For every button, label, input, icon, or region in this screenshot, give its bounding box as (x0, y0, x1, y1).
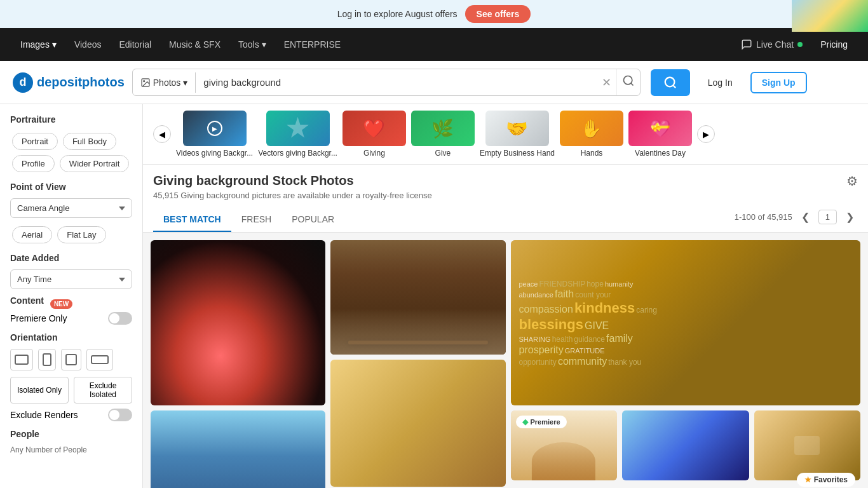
landscape-icon (15, 355, 29, 365)
page-prev-btn[interactable]: ❮ (797, 210, 813, 224)
login-button[interactable]: Log In (698, 72, 743, 93)
category-hands[interactable]: ✋ Hands (560, 111, 623, 158)
image-thumb-3: peaceFRIENDSHIPhopehumanity abundancefai… (511, 240, 861, 405)
image-thumb-2 (330, 240, 505, 355)
svg-rect-7 (43, 354, 51, 365)
isolated-only-btn[interactable]: Isolated Only (10, 377, 69, 403)
exclude-renders-row: Exclude Renders (10, 409, 132, 421)
live-chat-button[interactable]: Live Chat (733, 34, 810, 55)
nav-videos-label: Videos (74, 39, 102, 50)
exclude-renders-toggle[interactable] (108, 409, 132, 421)
pricing-button[interactable]: Pricing (813, 34, 855, 55)
flat-lay-tag[interactable]: Flat Lay (57, 226, 105, 243)
site-logo[interactable]: d depositphotos (13, 72, 125, 93)
logo-icon: d (13, 72, 33, 93)
nav-editorial[interactable]: Editorial (111, 34, 159, 55)
panorama-orient-btn[interactable] (86, 349, 113, 370)
portraiture-tags: Portrait Full Body Profile Wider Portrai… (10, 131, 132, 174)
nav-music[interactable]: Music & SFX (161, 34, 228, 55)
image-thumb-4 (151, 410, 325, 488)
search-type-button[interactable]: Photos ▾ (133, 72, 196, 93)
image-item-1[interactable] (151, 240, 325, 405)
results-title: Giving background Stock Photos (153, 173, 432, 188)
portrait-icon (43, 353, 51, 366)
nav-editorial-label: Editorial (119, 39, 151, 50)
date-added-select[interactable]: Any Time (10, 269, 132, 289)
category-give[interactable]: 🌿 Give (411, 111, 475, 158)
square-orient-btn[interactable] (61, 349, 81, 370)
category-next-btn[interactable]: ▶ (697, 125, 715, 143)
portraiture-title: Portraiture (10, 114, 132, 125)
category-valentines[interactable]: 💝 Valentines Day (628, 111, 692, 158)
category-empty-business-label: Empty Business Hand (480, 149, 555, 158)
image-item-3[interactable]: peaceFRIENDSHIPhopehumanity abundancefai… (511, 240, 861, 405)
image-item-5[interactable] (330, 360, 505, 487)
toggle-knob-2 (109, 410, 119, 420)
pagination-text: 1-100 of 45,915 (735, 212, 792, 222)
results-header: Giving background Stock Photos 45,915 Gi… (143, 165, 868, 233)
tab-popular[interactable]: POPULAR (281, 208, 344, 232)
wider-portrait-tag[interactable]: Wider Portrait (60, 155, 129, 172)
full-body-tag[interactable]: Full Body (63, 133, 116, 150)
image-thumb-1 (151, 240, 325, 405)
category-giving[interactable]: ❤️ Giving (342, 111, 406, 158)
category-give-label: Give (435, 149, 451, 158)
search-input[interactable] (196, 72, 596, 93)
nav-videos[interactable]: Videos (67, 34, 109, 55)
see-offers-button[interactable]: See offers (465, 5, 531, 23)
portrait-tag[interactable]: Portrait (12, 133, 58, 150)
nav-images-chevron: ▾ (52, 39, 57, 50)
results-tabs: BEST MATCH FRESH POPULAR 1-100 of 45,915… (153, 208, 858, 232)
premiere-only-toggle[interactable] (108, 312, 132, 325)
aerial-tag[interactable]: Aerial (12, 226, 52, 243)
search-submit-button[interactable] (651, 69, 690, 96)
image-item-7[interactable] (622, 410, 749, 480)
image-col-2 (330, 240, 505, 488)
tab-fresh[interactable]: FRESH (231, 208, 281, 232)
people-title: People (10, 429, 132, 439)
main-layout: Portraiture Portrait Full Body Profile W… (0, 104, 868, 488)
profile-tag[interactable]: Profile (12, 155, 55, 172)
premiere-label-6: Premiere (531, 418, 560, 426)
image-item-8[interactable] (754, 410, 860, 480)
search-container: Photos ▾ ✕ (132, 69, 641, 96)
exclude-isolated-btn[interactable]: Exclude Isolated (74, 377, 132, 403)
category-vectors-giving[interactable]: Vectors giving Backgr... (258, 111, 337, 158)
category-videos-giving[interactable]: ▶ Videos giving Backgr... (176, 111, 253, 158)
image-item-4[interactable] (151, 410, 325, 488)
camera-angle-select[interactable]: Camera Angle (10, 198, 132, 218)
filter-options-button[interactable]: ⚙ (846, 173, 858, 189)
nav-enterprise[interactable]: ENTERPRISE (276, 34, 348, 55)
signup-button[interactable]: Sign Up (750, 72, 807, 93)
results-subtitle: 45,915 Giving background pictures are av… (153, 191, 432, 200)
live-chat-label: Live Chat (756, 39, 794, 50)
nav-tools[interactable]: Tools ▾ (231, 34, 274, 55)
live-chat-indicator (797, 42, 803, 47)
portrait-orient-btn[interactable] (38, 349, 56, 370)
premiere-only-row: Premiere Only (10, 312, 132, 325)
results-pagination: 1-100 of 45,915 ❮ 1 ❯ (735, 210, 858, 231)
visual-search-button[interactable] (616, 69, 640, 95)
premiere-badge-6: ◆ Premiere (516, 416, 567, 428)
search-icon (663, 76, 677, 90)
top-banner: Log in to explore August offers See offe… (0, 0, 868, 28)
category-prev-btn[interactable]: ◀ (153, 125, 171, 143)
svg-rect-8 (66, 355, 76, 365)
landscape-orient-btn[interactable] (10, 349, 33, 370)
image-item-6[interactable]: ◆ Premiere (511, 410, 617, 480)
content-section-header: Content NEW (10, 295, 132, 312)
tab-best-match[interactable]: BEST MATCH (153, 208, 231, 232)
star-icon: ★ (804, 475, 811, 484)
page-next-btn[interactable]: ❯ (842, 210, 858, 224)
search-clear-button[interactable]: ✕ (597, 71, 616, 95)
favorites-badge[interactable]: ★ Favorites (797, 473, 855, 487)
category-giving-label: Giving (363, 149, 385, 158)
new-badge: NEW (50, 299, 72, 309)
svg-point-4 (665, 77, 675, 86)
category-empty-business-hand[interactable]: 🤝 Empty Business Hand (480, 111, 555, 158)
nav-images[interactable]: Images ▾ (13, 34, 64, 55)
date-added-title: Date Added (10, 253, 132, 263)
image-item-2[interactable] (330, 240, 505, 355)
exclude-renders-label: Exclude Renders (10, 410, 78, 420)
category-videos-label: Videos giving Backgr... (176, 149, 253, 158)
